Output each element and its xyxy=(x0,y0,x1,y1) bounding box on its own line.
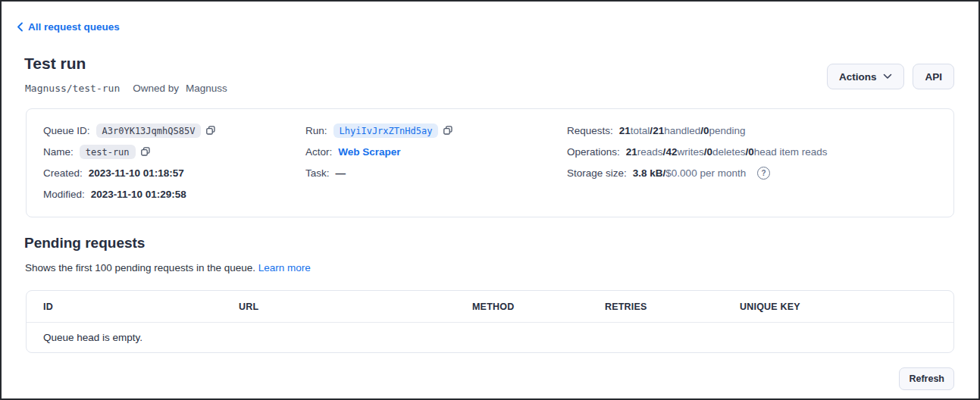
refresh-button-label: Refresh xyxy=(909,373,944,384)
table-header-row: ID URL METHOD RETRIES UNIQUE KEY xyxy=(27,291,953,323)
request-queue-detail-page: All request queues Test run Magnuss/test… xyxy=(0,0,980,400)
operations-row: Operations: 21 reads / 42 writes / 0 del… xyxy=(567,141,828,162)
requests-stats: 21 total / 21 handled / 0 pending xyxy=(619,125,746,136)
run-row: Run: LhyiIvJrxZTnHd5ay xyxy=(305,120,453,141)
task-value: — xyxy=(336,167,346,179)
refresh-button[interactable]: Refresh xyxy=(899,367,954,390)
empty-message: Queue head is empty. xyxy=(43,332,142,343)
chevron-down-icon xyxy=(883,73,892,80)
actor-link[interactable]: Web Scraper xyxy=(338,146,400,158)
details-column-identity: Queue ID: A3r0YK13JqmhQS85V Name: test-r… xyxy=(43,120,216,205)
column-header-id: ID xyxy=(43,302,239,312)
pending-requests-title: Pending requests xyxy=(24,235,145,252)
copy-icon[interactable] xyxy=(140,146,151,157)
column-header-retries: RETRIES xyxy=(605,302,740,312)
name-value: test-run xyxy=(80,145,136,159)
actions-button-label: Actions xyxy=(839,71,877,83)
created-value: 2023-11-10 01:18:57 xyxy=(89,167,184,179)
copy-icon[interactable] xyxy=(205,125,216,136)
column-header-method: METHOD xyxy=(472,302,605,312)
modified-value: 2023-11-10 01:29:58 xyxy=(91,189,186,200)
task-row: Task: — xyxy=(305,162,453,183)
requests-row: Requests: 21 total / 21 handled / 0 pend… xyxy=(567,120,828,141)
details-column-stats: Requests: 21 total / 21 handled / 0 pend… xyxy=(567,120,828,183)
requests-label: Requests: xyxy=(567,125,613,136)
queue-id-value: A3r0YK13JqmhQS85V xyxy=(96,123,202,138)
pending-requests-description: Shows the first 100 pending requests in … xyxy=(25,262,311,273)
modified-row: Modified: 2023-11-10 01:29:58 xyxy=(43,183,216,205)
actor-label: Actor: xyxy=(305,146,332,158)
copy-icon[interactable] xyxy=(443,125,453,136)
storage-size-stats: 3.8 kB / $0.000 per month xyxy=(633,167,746,179)
modified-label: Modified: xyxy=(43,189,85,200)
queue-id-label: Queue ID: xyxy=(43,125,90,136)
back-to-all-request-queues-link[interactable]: All request queues xyxy=(17,21,120,33)
operations-stats: 21 reads / 42 writes / 0 deletes / 0 hea… xyxy=(626,146,828,158)
storage-size-row: Storage size: 3.8 kB / $0.000 per month … xyxy=(567,162,828,183)
pending-requests-table: ID URL METHOD RETRIES UNIQUE KEY Queue h… xyxy=(26,290,954,353)
column-header-unique-key: UNIQUE KEY xyxy=(740,302,937,312)
created-row: Created: 2023-11-10 01:18:57 xyxy=(43,162,216,183)
actor-row: Actor: Web Scraper xyxy=(305,141,453,162)
run-label: Run: xyxy=(305,125,327,136)
task-label: Task: xyxy=(305,167,330,179)
pending-requests-description-text: Shows the first 100 pending requests in … xyxy=(25,262,255,273)
table-empty-row: Queue head is empty. xyxy=(27,323,953,352)
owner-name: Magnuss xyxy=(186,83,227,94)
operations-label: Operations: xyxy=(567,146,620,158)
refresh-button-container: Refresh xyxy=(899,367,954,390)
name-row: Name: test-run xyxy=(43,141,216,162)
header-actions: Actions API xyxy=(827,64,954,89)
queue-details-card: Queue ID: A3r0YK13JqmhQS85V Name: test-r… xyxy=(26,108,954,217)
api-button[interactable]: API xyxy=(913,64,954,89)
column-header-url: URL xyxy=(239,302,472,312)
chevron-left-icon xyxy=(17,22,23,32)
back-link-label: All request queues xyxy=(28,21,120,33)
page-title: Test run xyxy=(24,55,86,73)
api-button-label: API xyxy=(925,71,942,83)
learn-more-link[interactable]: Learn more xyxy=(258,262,311,273)
details-column-origin: Run: LhyiIvJrxZTnHd5ay Actor: Web Scrape… xyxy=(305,120,453,183)
storage-size-label: Storage size: xyxy=(567,167,627,179)
queue-id-row: Queue ID: A3r0YK13JqmhQS85V xyxy=(43,120,216,141)
name-label: Name: xyxy=(43,146,74,158)
owned-by-label: Owned by xyxy=(133,83,179,94)
created-label: Created: xyxy=(43,167,83,179)
resource-path: Magnuss/test-run xyxy=(25,83,120,94)
actions-button[interactable]: Actions xyxy=(827,64,905,89)
run-id-link[interactable]: LhyiIvJrxZTnHd5ay xyxy=(333,123,439,138)
help-icon[interactable]: ? xyxy=(757,167,770,180)
page-subtitle: Magnuss/test-run Owned by Magnuss xyxy=(25,83,227,94)
